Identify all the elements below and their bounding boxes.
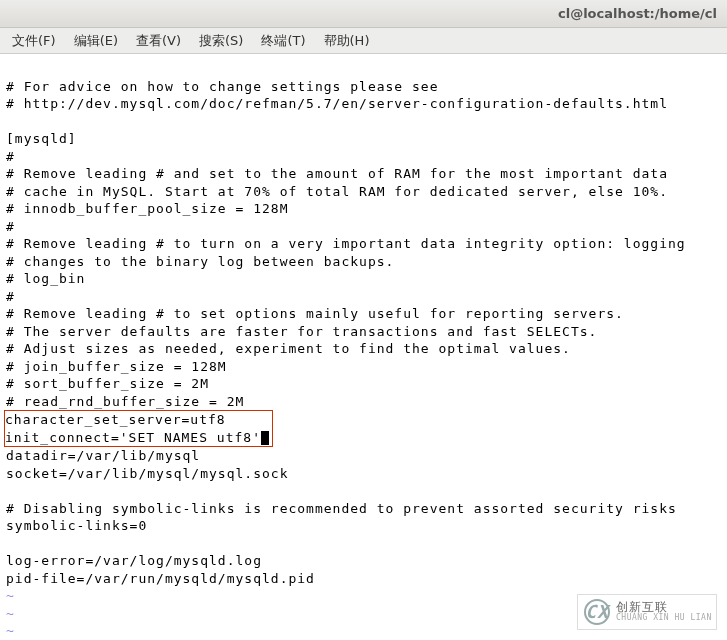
cfg-line: # cache in MySQL. Start at 70% of total …	[6, 184, 668, 199]
cfg-line: # Remove leading # and set to the amount…	[6, 166, 668, 181]
menu-view[interactable]: 查看(V)	[128, 29, 189, 53]
cfg-line: # read_rnd_buffer_size = 2M	[6, 394, 244, 409]
cfg-line: # Remove leading # to turn on a very imp…	[6, 236, 686, 251]
menu-search[interactable]: 搜索(S)	[191, 29, 251, 53]
logo-text: 创新互联 CHUANG XIN HU LIAN	[616, 601, 712, 623]
menu-edit[interactable]: 编辑(E)	[66, 29, 126, 53]
cfg-line: #	[6, 289, 15, 304]
logo-mark-icon: CX	[584, 599, 610, 625]
menu-file[interactable]: 文件(F)	[4, 29, 64, 53]
cfg-line: log-error=/var/log/mysqld.log	[6, 553, 262, 568]
vim-tilde: ~	[6, 623, 15, 638]
cfg-line: init_connect='SET NAMES utf8'	[5, 430, 261, 445]
menu-bar: 文件(F) 编辑(E) 查看(V) 搜索(S) 终端(T) 帮助(H)	[0, 28, 727, 54]
menu-help[interactable]: 帮助(H)	[316, 29, 378, 53]
cfg-line: # Remove leading # to set options mainly…	[6, 306, 624, 321]
cfg-line: character_set_server=utf8	[5, 412, 270, 427]
cfg-line: #	[6, 149, 15, 164]
cfg-line: # sort_buffer_size = 2M	[6, 376, 209, 391]
cfg-line: # For advice on how to change settings p…	[6, 79, 439, 94]
vim-tilde: ~	[6, 588, 15, 603]
cfg-line: [mysqld]	[6, 131, 77, 146]
text-cursor	[261, 431, 269, 445]
menu-terminal[interactable]: 终端(T)	[253, 29, 313, 53]
cfg-line: # join_buffer_size = 128M	[6, 359, 227, 374]
cfg-line: #	[6, 219, 15, 234]
window-titlebar: cl@localhost:/home/cl	[0, 0, 727, 28]
cfg-line: # innodb_buffer_pool_size = 128M	[6, 201, 288, 216]
cfg-line: pid-file=/var/run/mysqld/mysqld.pid	[6, 571, 315, 586]
vim-tilde: ~	[6, 606, 15, 621]
cfg-line: socket=/var/lib/mysql/mysql.sock	[6, 466, 288, 481]
terminal-content[interactable]: # For advice on how to change settings p…	[0, 54, 727, 640]
cfg-line: # changes to the binary log between back…	[6, 254, 394, 269]
cfg-line: # Disabling symbolic-links is recommende…	[6, 501, 677, 516]
cfg-line: # The server defaults are faster for tra…	[6, 324, 597, 339]
cfg-line: symbolic-links=0	[6, 518, 147, 533]
cfg-line: # http://dev.mysql.com/doc/refman/5.7/en…	[6, 96, 668, 111]
watermark-logo: CX 创新互联 CHUANG XIN HU LIAN	[577, 594, 717, 630]
cfg-line: # log_bin	[6, 271, 85, 286]
window-title: cl@localhost:/home/cl	[558, 6, 717, 21]
logo-pinyin: CHUANG XIN HU LIAN	[616, 614, 712, 623]
edited-lines-highlight: character_set_server=utf8 init_connect='…	[4, 410, 273, 447]
cfg-line: # Adjust sizes as needed, experiment to …	[6, 341, 571, 356]
cfg-line: datadir=/var/lib/mysql	[6, 448, 200, 463]
